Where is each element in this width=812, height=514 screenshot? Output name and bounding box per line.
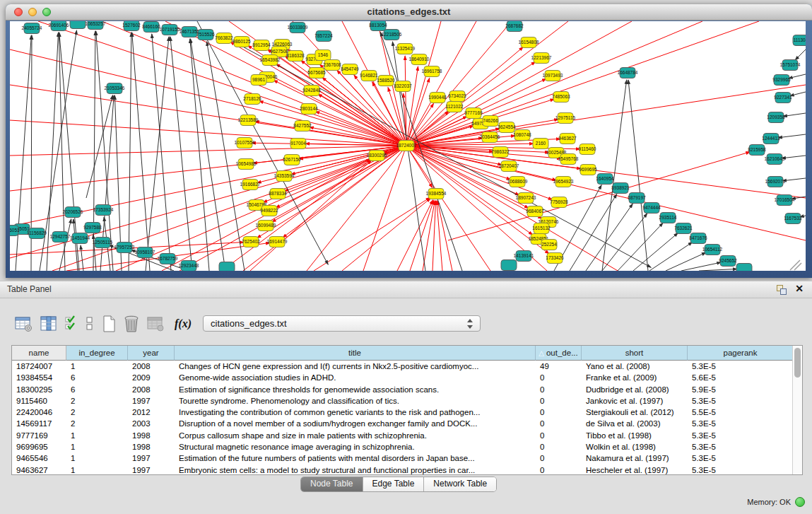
graph-node[interactable]: 8471676 bbox=[689, 233, 707, 244]
graph-node[interactable]: 18300295 bbox=[367, 151, 387, 161]
graph-node[interactable]: 9474444 bbox=[642, 203, 661, 214]
graph-node[interactable]: 16543982 bbox=[260, 55, 281, 66]
graph-node[interactable]: 17957253 bbox=[114, 243, 135, 253]
graph-node[interactable]: 16961758 bbox=[422, 66, 442, 77]
graph-node[interactable]: 9463627 bbox=[558, 134, 577, 144]
graph-node[interactable]: 9297588 bbox=[83, 223, 102, 233]
new-document-icon[interactable] bbox=[101, 315, 117, 333]
table-row[interactable]: 946554611997Estimation of the future num… bbox=[12, 452, 802, 464]
column-header[interactable]: pagerank bbox=[688, 346, 794, 361]
graph-node[interactable]: 10653257 bbox=[86, 21, 106, 30]
graph-node[interactable]: 8813054 bbox=[369, 21, 387, 31]
graph-node[interactable]: 7625402 bbox=[242, 237, 260, 247]
graph-node[interactable]: 12923448 bbox=[179, 261, 199, 271]
table-selector-dropdown[interactable]: citations_edges.txt bbox=[203, 315, 481, 332]
graph-node[interactable]: 18720407 bbox=[499, 161, 519, 172]
graph-node[interactable]: 9777169 bbox=[464, 108, 483, 119]
graph-node[interactable]: 6879197 bbox=[628, 193, 646, 204]
graph-node[interactable]: 8322037 bbox=[394, 81, 412, 92]
graph-node[interactable]: 8215958 bbox=[748, 145, 766, 156]
graph-node[interactable]: 7632621 bbox=[674, 223, 693, 234]
table-row[interactable]: 1938455462009Genome-wide association stu… bbox=[12, 372, 802, 383]
graph-node[interactable]: 16033809 bbox=[288, 23, 308, 33]
graph-node[interactable]: 10107554 bbox=[235, 138, 255, 148]
graph-node[interactable]: 20206526 bbox=[63, 207, 83, 218]
graph-node[interactable]: 18907243 bbox=[516, 193, 536, 204]
tab-node-table[interactable]: Node Table bbox=[301, 477, 363, 491]
graph-node[interactable]: 9146821 bbox=[360, 71, 378, 81]
graph-node[interactable]: 17016504 bbox=[775, 195, 795, 206]
graph-node[interactable]: 19654923 bbox=[553, 177, 574, 187]
resize-grip[interactable] bbox=[790, 260, 801, 270]
graph-node[interactable]: 1209358 bbox=[767, 112, 785, 123]
graph-node[interactable]: 16099489 bbox=[256, 221, 276, 231]
float-window-icon[interactable] bbox=[777, 285, 787, 295]
graph-node[interactable]: 9699695 bbox=[579, 165, 597, 175]
table-row[interactable]: 946362711997Embryonic stem cells: a mode… bbox=[12, 465, 802, 475]
graph-node[interactable]: 16154808 bbox=[519, 37, 539, 48]
scrollbar-thumb[interactable] bbox=[794, 348, 801, 378]
column-header[interactable]: △out_de... bbox=[536, 346, 582, 361]
graph-node[interactable]: 2803144 bbox=[300, 104, 318, 115]
graph-node[interactable]: 19384554 bbox=[426, 189, 447, 199]
graph-node[interactable]: 8878334 bbox=[269, 189, 287, 199]
graph-node[interactable]: 2367608 bbox=[323, 60, 341, 71]
graph-node[interactable] bbox=[70, 21, 86, 29]
graph-node[interactable]: 9242848 bbox=[302, 86, 321, 96]
graph-node[interactable]: 12213589 bbox=[238, 115, 259, 126]
graph-node[interactable]: 10958107 bbox=[135, 247, 155, 258]
graph-node[interactable]: 9329965 bbox=[772, 75, 791, 86]
tab-network-table[interactable]: Network Table bbox=[424, 477, 496, 491]
graph-node[interactable]: 10688609 bbox=[507, 177, 528, 187]
graph-node[interactable]: 1546 bbox=[315, 50, 331, 61]
graph-node[interactable]: 1733426 bbox=[546, 253, 564, 264]
tab-edge-table[interactable]: Edge Table bbox=[363, 477, 425, 491]
graph-node[interactable]: 1121022 bbox=[446, 102, 464, 112]
graph-node[interactable]: 8186328 bbox=[286, 51, 305, 62]
graph-node[interactable]: 7485063 bbox=[552, 92, 570, 103]
graph-node[interactable]: 1244413 bbox=[762, 134, 780, 144]
column-header[interactable]: year bbox=[128, 346, 175, 361]
graph-node[interactable]: 12505115 bbox=[93, 238, 113, 248]
graph-node[interactable]: 14353594 bbox=[274, 171, 295, 182]
graph-node[interactable]: 9245652 bbox=[719, 256, 737, 267]
table-row[interactable]: 1456911722003Disruption of a novel membe… bbox=[12, 418, 802, 429]
delete-icon[interactable] bbox=[123, 315, 140, 333]
graph-node[interactable]: 5267150 bbox=[283, 155, 301, 165]
network-canvas[interactable]: 2405572420691406106532571527602846616010… bbox=[10, 21, 806, 271]
graph-node[interactable]: 8454749 bbox=[341, 64, 359, 75]
clear-selection-icon[interactable] bbox=[85, 315, 95, 332]
graph-node[interactable]: 8466160 bbox=[142, 22, 160, 33]
table-row[interactable]: 2242004622012Investigating the contribut… bbox=[12, 407, 802, 418]
graph-node[interactable]: 10654985 bbox=[236, 159, 257, 170]
table-mode-icon[interactable] bbox=[14, 315, 33, 332]
column-header[interactable]: name bbox=[12, 346, 66, 361]
table-row[interactable]: 969969511998Structural magnetic resonanc… bbox=[12, 441, 802, 452]
table-row[interactable]: 911546021997Tourette syndrome. Phenomeno… bbox=[12, 395, 802, 407]
graph-node[interactable]: 2687682 bbox=[505, 21, 524, 32]
graph-node[interactable]: 2718126 bbox=[243, 94, 261, 105]
graph-node[interactable]: 8912954 bbox=[252, 40, 271, 51]
graph-node[interactable]: 8427552 bbox=[293, 121, 312, 132]
table-row[interactable]: 1830029562008Estimation of significance … bbox=[12, 384, 802, 395]
graph-node[interactable]: 16914479 bbox=[267, 237, 288, 247]
graph-node[interactable]: 18640910 bbox=[409, 54, 430, 65]
graph-node[interactable]: 1080748 bbox=[513, 130, 531, 141]
graph-node[interactable]: 7515526 bbox=[196, 30, 215, 40]
graph-node[interactable]: 2935114 bbox=[659, 213, 677, 223]
minimize-button[interactable] bbox=[28, 8, 37, 16]
vertical-scrollbar[interactable] bbox=[792, 346, 802, 474]
graph-node[interactable]: 252254 bbox=[541, 240, 557, 250]
graph-node[interactable] bbox=[219, 262, 235, 271]
graph-node[interactable]: 16210643 bbox=[765, 154, 785, 165]
graph-node[interactable]: 12213967 bbox=[531, 53, 552, 64]
function-builder-icon[interactable]: f(x) bbox=[172, 317, 192, 330]
graph-node[interactable]: 8938921 bbox=[611, 183, 630, 194]
graph-node[interactable]: 9115460 bbox=[579, 144, 596, 155]
graph-node[interactable]: 16648784 bbox=[618, 68, 638, 78]
graph-node[interactable]: 15751074 bbox=[780, 60, 801, 71]
graph-node[interactable]: 9860125 bbox=[233, 37, 251, 47]
graph-node[interactable]: 2160 bbox=[533, 139, 548, 149]
select-all-icon[interactable] bbox=[64, 315, 78, 332]
graph-node[interactable]: 12975115 bbox=[555, 113, 576, 124]
